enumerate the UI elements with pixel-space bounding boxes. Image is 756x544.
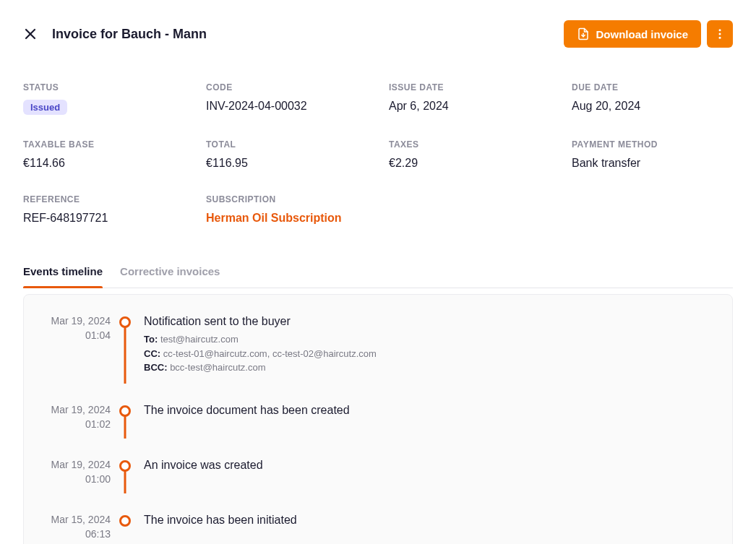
timeline-item: Mar 19, 2024 01:00 An invoice was create… — [38, 459, 718, 514]
total-label: TOTAL — [206, 139, 367, 150]
svg-point-3 — [719, 29, 721, 31]
timeline-date: Mar 19, 2024 — [38, 404, 111, 415]
timeline-dot-icon — [119, 316, 131, 328]
taxes-value: €2.29 — [389, 157, 550, 170]
timeline-date: Mar 19, 2024 — [38, 459, 111, 470]
timeline-dot-icon — [119, 405, 131, 417]
timeline-item: Mar 19, 2024 01:02 The invoice document … — [38, 404, 718, 459]
reference-value: REF-648197721 — [23, 212, 184, 225]
timeline-time: 01:02 — [38, 418, 111, 430]
download-invoice-button[interactable]: Download invoice — [564, 20, 701, 48]
bcc-label: BCC: — [144, 362, 168, 373]
timeline-marker — [111, 404, 139, 430]
timeline-timestamp: Mar 19, 2024 01:04 — [38, 315, 111, 375]
timeline-content: The invoice has been initiated — [139, 514, 718, 540]
timeline-date: Mar 15, 2024 — [38, 514, 111, 525]
tab-events-timeline[interactable]: Events timeline — [23, 265, 103, 288]
total-field: TOTAL €116.95 — [206, 139, 367, 170]
timeline: Mar 19, 2024 01:04 Notification sent to … — [38, 315, 718, 540]
timeline-meta-to: To: test@haircutz.com — [144, 332, 718, 347]
tab-corrective-invoices[interactable]: Corrective invoices — [120, 265, 220, 288]
code-label: CODE — [206, 82, 367, 92]
timeline-marker — [111, 459, 139, 485]
payment-method-label: PAYMENT METHOD — [572, 139, 733, 150]
timeline-panel: Mar 19, 2024 01:04 Notification sent to … — [23, 294, 733, 544]
code-value: INV-2024-04-00032 — [206, 100, 367, 113]
timeline-timestamp: Mar 15, 2024 06:13 — [38, 514, 111, 540]
payment-method-value: Bank transfer — [572, 157, 733, 170]
timeline-dot-icon — [119, 515, 131, 527]
taxable-base-value: €114.66 — [23, 157, 184, 170]
due-date-label: DUE DATE — [572, 82, 733, 92]
issue-date-value: Apr 6, 2024 — [389, 100, 550, 113]
timeline-item: Mar 15, 2024 06:13 The invoice has been … — [38, 514, 718, 540]
status-field: STATUS Issued — [23, 82, 184, 115]
timeline-event-title: An invoice was created — [144, 459, 718, 472]
status-label: STATUS — [23, 82, 184, 92]
to-label: To: — [144, 334, 158, 345]
cc-value: cc-test-01@haircutz.com, cc-test-02@hair… — [163, 348, 377, 359]
more-actions-button[interactable] — [707, 20, 733, 48]
timeline-item: Mar 19, 2024 01:04 Notification sent to … — [38, 315, 718, 404]
timeline-event-title: The invoice has been initiated — [144, 514, 718, 527]
payment-method-field: PAYMENT METHOD Bank transfer — [572, 139, 733, 170]
timeline-marker — [111, 514, 139, 540]
taxes-field: TAXES €2.29 — [389, 139, 550, 170]
timeline-content: An invoice was created — [139, 459, 718, 485]
status-badge: Issued — [23, 100, 67, 115]
close-icon — [23, 27, 38, 41]
subscription-link[interactable]: Herman Oil Subscription — [206, 212, 367, 225]
to-value: test@haircutz.com — [160, 334, 239, 345]
timeline-marker — [111, 315, 139, 375]
due-date-field: DUE DATE Aug 20, 2024 — [572, 82, 733, 115]
timeline-meta-cc: CC: cc-test-01@haircutz.com, cc-test-02@… — [144, 347, 718, 361]
reference-label: REFERENCE — [23, 194, 184, 204]
invoice-details-grid: STATUS Issued CODE INV-2024-04-00032 ISS… — [23, 82, 733, 225]
subscription-label: SUBSCRIPTION — [206, 194, 367, 204]
subscription-field: SUBSCRIPTION Herman Oil Subscription — [206, 194, 367, 225]
timeline-date: Mar 19, 2024 — [38, 315, 111, 327]
bcc-value: bcc-test@haircutz.com — [170, 362, 265, 373]
timeline-line — [124, 324, 126, 384]
timeline-timestamp: Mar 19, 2024 01:00 — [38, 459, 111, 485]
timeline-dot-icon — [119, 460, 131, 472]
timeline-time: 01:04 — [38, 329, 111, 341]
timeline-content: Notification sent to the buyer To: test@… — [139, 315, 718, 375]
taxable-base-label: TAXABLE BASE — [23, 139, 184, 150]
timeline-time: 01:00 — [38, 473, 111, 485]
timeline-time: 06:13 — [38, 528, 111, 540]
issue-date-label: ISSUE DATE — [389, 82, 550, 92]
total-value: €116.95 — [206, 157, 367, 170]
reference-field: REFERENCE REF-648197721 — [23, 194, 184, 225]
page-title: Invoice for Bauch - Mann — [52, 27, 207, 42]
svg-point-4 — [719, 33, 721, 35]
timeline-event-title: Notification sent to the buyer — [144, 315, 718, 328]
taxable-base-field: TAXABLE BASE €114.66 — [23, 139, 184, 170]
timeline-content: The invoice document has been created — [139, 404, 718, 430]
timeline-event-title: The invoice document has been created — [144, 404, 718, 417]
timeline-meta-bcc: BCC: bcc-test@haircutz.com — [144, 360, 718, 375]
close-button[interactable] — [23, 27, 38, 41]
issue-date-field: ISSUE DATE Apr 6, 2024 — [389, 82, 550, 115]
due-date-value: Aug 20, 2024 — [572, 100, 733, 113]
svg-point-5 — [719, 37, 721, 39]
download-icon — [577, 27, 590, 40]
code-field: CODE INV-2024-04-00032 — [206, 82, 367, 115]
timeline-timestamp: Mar 19, 2024 01:02 — [38, 404, 111, 430]
more-vertical-icon — [713, 27, 726, 40]
download-invoice-label: Download invoice — [596, 28, 688, 40]
taxes-label: TAXES — [389, 139, 550, 150]
cc-label: CC: — [144, 348, 160, 359]
tabs: Events timeline Corrective invoices — [23, 265, 733, 288]
